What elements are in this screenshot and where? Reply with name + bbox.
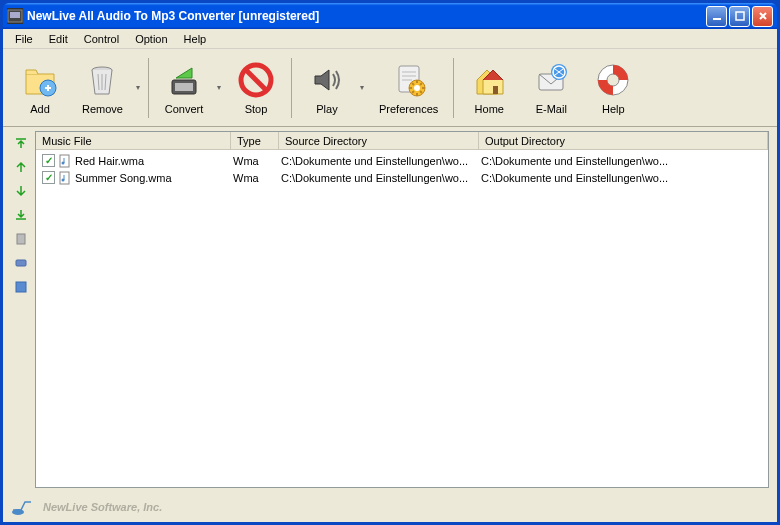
svg-rect-21	[17, 234, 25, 244]
statusbar: NewLive Software, Inc.	[3, 492, 777, 522]
maximize-button[interactable]	[729, 6, 750, 27]
svg-rect-22	[16, 260, 26, 266]
client-area: File Edit Control Option Help Add Remove	[3, 29, 777, 522]
svg-rect-3	[736, 12, 744, 20]
audio-file-icon	[58, 154, 72, 168]
stop-icon	[236, 60, 276, 100]
column-music-file[interactable]: Music File	[36, 132, 231, 149]
menu-edit[interactable]: Edit	[41, 31, 76, 47]
source-dir: C:\Dokumente und Einstellungen\wo...	[279, 155, 479, 167]
play-button[interactable]: Play	[296, 55, 358, 120]
remove-button[interactable]: Remove	[71, 55, 134, 120]
add-label: Add	[30, 103, 50, 115]
file-type: Wma	[231, 172, 279, 184]
window-title: NewLive All Audio To Mp3 Converter [unre…	[27, 9, 706, 23]
home-icon	[469, 60, 509, 100]
column-output[interactable]: Output Directory	[479, 132, 768, 149]
add-button[interactable]: Add	[9, 55, 71, 120]
svg-rect-23	[16, 282, 26, 292]
convert-dropdown[interactable]: ▾	[215, 83, 225, 92]
gear-icon	[389, 60, 429, 100]
remove-dropdown[interactable]: ▾	[134, 83, 144, 92]
column-source[interactable]: Source Directory	[279, 132, 479, 149]
play-label: Play	[316, 103, 337, 115]
file-name: Summer Song.wma	[75, 172, 172, 184]
svg-rect-16	[493, 86, 498, 94]
stop-button[interactable]: Stop	[225, 55, 287, 120]
svg-rect-1	[10, 12, 20, 18]
app-icon	[7, 8, 23, 24]
file-type: Wma	[231, 155, 279, 167]
source-dir: C:\Dokumente und Einstellungen\wo...	[279, 172, 479, 184]
company-logo-icon	[11, 498, 33, 516]
email-label: E-Mail	[536, 103, 567, 115]
close-button[interactable]	[752, 6, 773, 27]
stop-label: Stop	[245, 103, 268, 115]
sidebar-tag-icon[interactable]	[13, 255, 29, 271]
column-type[interactable]: Type	[231, 132, 279, 149]
play-dropdown[interactable]: ▾	[358, 83, 368, 92]
menu-option[interactable]: Option	[127, 31, 175, 47]
home-button[interactable]: Home	[458, 55, 520, 120]
svg-rect-2	[713, 18, 721, 20]
svg-point-27	[62, 178, 65, 181]
menubar: File Edit Control Option Help	[3, 29, 777, 49]
preferences-button[interactable]: Preferences	[368, 55, 449, 120]
move-bottom-button[interactable]	[13, 207, 29, 223]
table-row[interactable]: ✓Summer Song.wmaWmaC:\Dokumente und Eins…	[36, 169, 768, 186]
add-folder-icon	[20, 60, 60, 100]
toolbar: Add Remove ▾ Convert ▾	[3, 49, 777, 127]
table-row[interactable]: ✓Red Hair.wmaWmaC:\Dokumente und Einstel…	[36, 152, 768, 169]
toolbar-separator	[453, 58, 454, 118]
checkbox-icon[interactable]: ✓	[42, 171, 55, 184]
svg-point-28	[12, 509, 24, 515]
convert-icon	[164, 60, 204, 100]
menu-control[interactable]: Control	[76, 31, 127, 47]
output-dir: C:\Dokumente und Einstellungen\wo...	[479, 172, 764, 184]
svg-line-12	[246, 70, 266, 90]
menu-help[interactable]: Help	[176, 31, 215, 47]
svg-point-20	[607, 74, 619, 86]
window-controls	[706, 6, 773, 27]
svg-point-25	[62, 161, 65, 164]
preferences-label: Preferences	[379, 103, 438, 115]
speaker-icon	[307, 60, 347, 100]
move-up-button[interactable]	[13, 159, 29, 175]
lifebuoy-icon	[593, 60, 633, 100]
svg-rect-10	[175, 83, 193, 91]
trash-icon	[82, 60, 122, 100]
list-header: Music File Type Source Directory Output …	[36, 132, 768, 150]
checkbox-icon[interactable]: ✓	[42, 154, 55, 167]
toolbar-separator	[291, 58, 292, 118]
move-top-button[interactable]	[13, 135, 29, 151]
minimize-button[interactable]	[706, 6, 727, 27]
menu-file[interactable]: File	[7, 31, 41, 47]
sidebar-bookmark-icon[interactable]	[13, 231, 29, 247]
company-name: NewLive Software, Inc.	[43, 501, 162, 513]
sidebar-disk-icon[interactable]	[13, 279, 29, 295]
output-dir: C:\Dokumente und Einstellungen\wo...	[479, 155, 764, 167]
file-list: Music File Type Source Directory Output …	[35, 131, 769, 488]
list-body: ✓Red Hair.wmaWmaC:\Dokumente und Einstel…	[36, 150, 768, 188]
email-icon	[531, 60, 571, 100]
help-button[interactable]: Help	[582, 55, 644, 120]
sidebar	[7, 131, 35, 488]
titlebar: NewLive All Audio To Mp3 Converter [unre…	[3, 3, 777, 29]
remove-label: Remove	[82, 103, 123, 115]
email-button[interactable]: E-Mail	[520, 55, 582, 120]
help-label: Help	[602, 103, 625, 115]
home-label: Home	[475, 103, 504, 115]
file-name: Red Hair.wma	[75, 155, 144, 167]
content-area: Music File Type Source Directory Output …	[3, 127, 777, 492]
convert-label: Convert	[165, 103, 204, 115]
svg-point-15	[414, 85, 420, 91]
audio-file-icon	[58, 171, 72, 185]
app-window: NewLive All Audio To Mp3 Converter [unre…	[0, 0, 780, 525]
toolbar-separator	[148, 58, 149, 118]
convert-button[interactable]: Convert	[153, 55, 215, 120]
move-down-button[interactable]	[13, 183, 29, 199]
